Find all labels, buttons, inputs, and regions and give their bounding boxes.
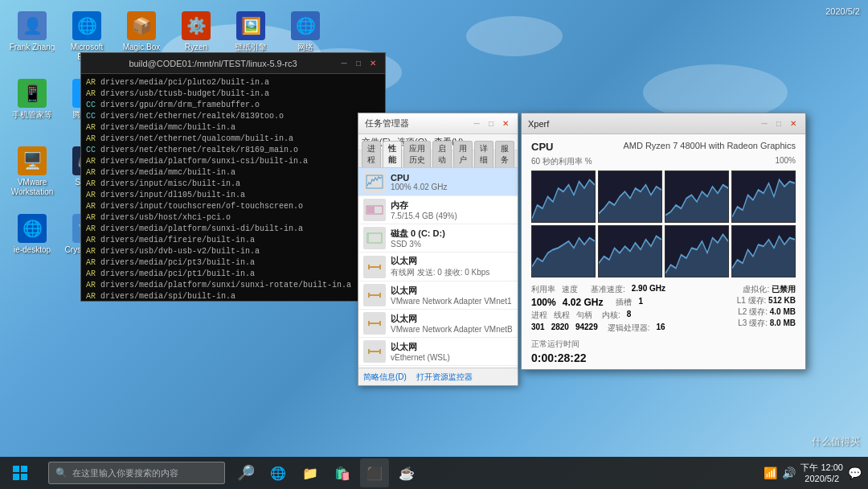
terminal-maximize-button[interactable]: □ (353, 58, 364, 69)
taskbar-notification-icon[interactable]: 💬 (848, 466, 862, 479)
tm-maximize-button[interactable]: □ (485, 118, 497, 129)
cpu-graph-4 (531, 225, 596, 277)
term-line: AR drivers/media/mmc/built-in.a (86, 122, 380, 134)
util-value: 100% (531, 297, 556, 308)
svg-rect-16 (379, 349, 381, 354)
logical-value: 16 (657, 323, 665, 334)
taskbar-icon-terminal[interactable]: ⬛ (360, 458, 389, 487)
term-line: AR drivers/media/pci/pluto2/built-in.a (86, 77, 380, 88)
tab-details[interactable]: 详细 (474, 141, 493, 167)
cpu-monitor-close[interactable]: ✕ (788, 118, 799, 129)
terminal-close-button[interactable]: ✕ (367, 58, 379, 69)
util-label: 利用率 (531, 284, 555, 295)
taskbar-icon-store[interactable]: 🛍️ (328, 458, 357, 487)
taskbar-app-icons: 🔎 🌐 📁 🛍️ ⬛ ☕ (231, 458, 421, 487)
term-line: CC drivers/net/ethernet/realtek/8139too.… (86, 111, 380, 122)
svg-rect-12 (368, 321, 370, 326)
start-button[interactable] (0, 457, 40, 489)
cpu-graph-3 (731, 171, 796, 223)
watermark: 什么值得买 (812, 435, 860, 449)
taskbar-search[interactable]: 🔍 在这里输入你要搜索的内容 (48, 462, 225, 484)
memory-item-icon (363, 199, 386, 221)
cpu-monitor-minimize[interactable]: ─ (759, 118, 770, 129)
cpu-monitor-titlebar[interactable]: Xperf ─ □ ✕ (522, 113, 805, 134)
edge-icon: 🌐 (72, 11, 101, 40)
base-speed-value: 2.90 GHz (632, 284, 665, 295)
taskbar-right-area: 📶 🔊 下午 12:00 2020/5/2 💬 (764, 462, 868, 485)
desktop-icon-ie-desktop[interactable]: 🌐 ie-desktop (6, 209, 58, 273)
svg-rect-9 (368, 293, 370, 298)
desktop-icon-phone[interactable]: 📱 手机管家等 (6, 74, 58, 138)
tm-footer-brief[interactable]: 简略信息(D) (363, 372, 407, 383)
clock-time: 下午 12:00 (800, 462, 843, 473)
uptime-label: 正常运行时间 (522, 337, 805, 351)
task-manager-footer: 简略信息(D) 打开资源监控器 (358, 368, 518, 385)
l3-label: L3 缓存: 8.0 MB (737, 318, 796, 329)
cpu-graph-0 (531, 171, 596, 223)
taskbar-icon-java[interactable]: ☕ (392, 458, 421, 487)
eth2-item-icon (363, 284, 386, 306)
taskbar-icon-explorer[interactable]: 📁 (296, 458, 325, 487)
tm-minimize-button[interactable]: ─ (471, 118, 482, 129)
tm-close-button[interactable]: ✕ (500, 118, 511, 129)
cpu-monitor-window: Xperf ─ □ ✕ CPU AMD Ryzen 7 4800H with R… (521, 113, 806, 370)
eth3-item-info: 以太网 VMware Network Adapter VMnetB (391, 313, 513, 334)
eth3-item-detail: VMware Network Adapter VMnetB (391, 325, 513, 334)
l1-label: L1 缓存: 512 KB (737, 295, 796, 306)
l3-value: 8.0 MB (770, 318, 796, 327)
tm-item-eth2[interactable]: 以太网 VMware Network Adapter VMnet1 (358, 281, 518, 310)
tab-startup[interactable]: 启动 (432, 141, 452, 167)
handles-label: 句柄 (576, 310, 592, 321)
task-manager-body: CPU 100% 4.02 GHz 内存 7.5/15.4 GB (49%) (358, 168, 518, 368)
tab-services[interactable]: 服务 (495, 141, 514, 167)
tab-process[interactable]: 进程 (362, 141, 381, 167)
tm-item-eth3[interactable]: 以太网 VMware Network Adapter VMnetB (358, 310, 518, 338)
taskbar-icon-edge[interactable]: 🌐 (264, 458, 293, 487)
tm-item-eth1[interactable]: 以太网 有线网 发送: 0 接收: 0 Kbps (358, 253, 518, 281)
uptime-value: 0:00:28:22 (522, 351, 805, 369)
svg-rect-25 (13, 466, 19, 472)
svg-rect-15 (368, 349, 370, 354)
cores-value: 8 (627, 310, 632, 321)
cpu-util-label: 60 秒的利用率 % 100% (522, 156, 805, 167)
terminal-titlebar[interactable]: build@CODE01:/mnt/nl/TEST/linux-5.9-rc3 … (81, 53, 385, 74)
eth1-item-info: 以太网 有线网 发送: 0 接收: 0 Kbps (391, 255, 513, 278)
network-icon: 🌐 (291, 11, 320, 40)
desktop: 2020/5/2 👤 Frank Zhang 🌐 Microsoft Edge … (0, 0, 868, 489)
cpu-graph-7 (731, 225, 796, 277)
cpu-monitor-maximize[interactable]: □ (773, 118, 784, 129)
search-icon: 🔍 (55, 467, 68, 479)
desktop-icon-frank-zhang[interactable]: 👤 Frank Zhang (6, 6, 58, 71)
l1-value: 512 KB (768, 296, 796, 305)
taskbar-volume-icon: 🔊 (782, 466, 796, 479)
cores-label: 内核: (602, 310, 620, 321)
term-line: CC drivers/gpu/drm/drm_framebuffer.o (86, 100, 380, 111)
desktop-icon-vmware[interactable]: 🖥️ VMware Workstation (6, 142, 58, 206)
eth4-item-info: 以太网 vEthernet (WSL) (391, 341, 513, 362)
sockets-label: 插槽 (616, 297, 632, 308)
svg-rect-26 (21, 466, 27, 472)
svg-marker-21 (532, 238, 595, 277)
terminal-content[interactable]: AR drivers/media/pci/pluto2/built-in.a A… (81, 74, 385, 301)
tm-item-memory[interactable]: 内存 7.5/15.4 GB (49%) (358, 196, 518, 224)
tm-item-disk[interactable]: 磁盘 0 (C: D:) SSD 3% (358, 224, 518, 253)
eth2-item-info: 以太网 VMware Network Adapter VMnet1 (391, 285, 513, 306)
base-speed-label: 基准速度: (591, 284, 625, 295)
taskbar: 🔍 在这里输入你要搜索的内容 🔎 🌐 📁 🛍️ ⬛ ☕ 📶 🔊 下午 12:00… (0, 457, 868, 489)
term-line: AR drivers/media/platform/sunxi-csi/buil… (86, 156, 380, 167)
process-value: 301 (531, 323, 545, 334)
eth1-item-icon (363, 256, 386, 278)
tab-history[interactable]: 应用历史 (403, 141, 431, 167)
tm-footer-monitor[interactable]: 打开资源监控器 (416, 372, 473, 383)
tm-window-controls: ─ □ ✕ (471, 118, 511, 129)
date-display: 2020/5/2 (825, 6, 860, 16)
taskbar-icon-cortana[interactable]: 🔎 (231, 458, 260, 487)
tm-item-cpu[interactable]: CPU 100% 4.02 GHz (358, 168, 518, 196)
ie-desktop-label: ie-desktop (14, 245, 51, 255)
tm-item-eth4[interactable]: 以太网 vEthernet (WSL) (358, 338, 518, 366)
terminal-minimize-button[interactable]: ─ (338, 58, 350, 69)
tab-performance[interactable]: 性能 (383, 141, 402, 167)
frank-zhang-label: Frank Zhang (10, 43, 55, 52)
tab-users[interactable]: 用户 (453, 141, 473, 167)
task-manager-titlebar[interactable]: 任务管理器 ─ □ ✕ (358, 113, 518, 134)
